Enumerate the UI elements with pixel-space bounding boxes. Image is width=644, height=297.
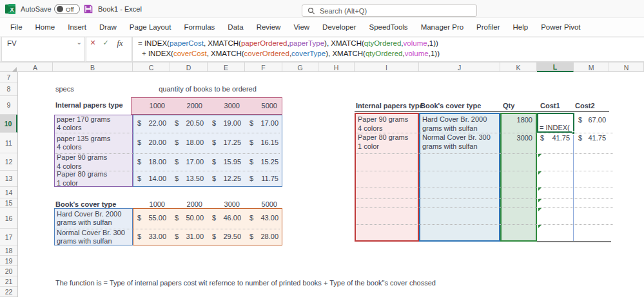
paper-cost-cell[interactable]: $17.25 [208,133,245,153]
currency-symbol: $ [212,119,216,128]
paper-cost-cell[interactable]: $14.00 [133,171,170,187]
ribbon-tab-page-layout[interactable]: Page Layout [123,18,178,36]
order-paper-cell[interactable]: Paper 80 grams1 color [358,133,417,153]
autosave-toggle[interactable]: Off [54,4,80,14]
currency-symbol: $ [137,119,141,128]
cover-cost-cell[interactable]: $50.00 [170,208,208,229]
error-indicator-icon [538,187,542,191]
cancel-button[interactable]: ✕ [88,39,98,47]
cover-cost-cell[interactable]: $46.00 [208,208,245,229]
paper-cost-cell[interactable]: $20.50 [170,115,208,133]
ribbon-tab-profiler[interactable]: Profiler [470,18,506,36]
currency-symbol: $ [137,158,141,167]
paper-volume-cell[interactable]: 3000 [208,102,245,111]
paper-table-title[interactable]: Internal papers type [55,101,139,110]
formula-line-1: = INDEX(paperCost, XMATCH(paperOrdered,p… [138,39,438,47]
ribbon-tab-manager-pro[interactable]: Manager Pro [415,18,470,36]
paper-volume-cell[interactable]: 2000 [170,102,208,111]
quantity-banner[interactable]: quantity of books to be ordered [133,85,282,94]
paper-cost-cell[interactable]: $20.00 [133,133,170,153]
paper-cost-cell[interactable]: $12.25 [208,171,245,187]
paper-volume-cell[interactable]: 5000 [245,102,282,111]
currency-symbol: $ [175,175,179,184]
cover-cost-cell[interactable]: $28.00 [245,229,282,245]
paper-cost-value: 17.00 [260,119,278,128]
paper-cost-cell[interactable]: $15.25 [245,153,282,171]
ribbon-tab-draw[interactable]: Draw [93,18,123,36]
paper-cost-cell[interactable]: $19.00 [208,115,245,133]
paper-cost-cell[interactable]: $15.95 [208,153,245,171]
excel-app-icon[interactable]: X [5,0,15,18]
ribbon-tab-home[interactable]: Home [29,18,62,36]
cover-type-cell[interactable]: Hard Cover Br. 2000grams with sulfan [57,208,132,229]
ribbon-tab-formulas[interactable]: Formulas [177,18,221,36]
order-cover-cell[interactable]: Normal Cover Br. 300grams with sulfan [422,133,498,153]
note-text[interactable]: The function is = Type of internal paper… [55,279,636,288]
paper-type-cell[interactable]: paper 170 grams4 colors [57,115,132,133]
paper-cost-cell[interactable]: $18.00 [170,133,208,153]
paper-volume-cell[interactable]: 1000 [133,102,170,111]
paper-cost-cell[interactable]: $18.00 [133,153,170,171]
cover-cost-cell[interactable]: $33.00 [133,229,170,245]
ribbon-tab-view[interactable]: View [287,18,316,36]
chevron-down-icon[interactable]: ⌄ [77,39,82,46]
cover-cost-cell[interactable]: $31.00 [170,229,208,245]
currency-symbol: $ [249,158,253,167]
cover-type-cell[interactable]: Normal Cover Br. 300grams with sulfan [57,229,132,245]
order-qty-cell[interactable]: 3000 [500,134,536,143]
search-input[interactable]: Search (Alt+Q) [302,5,477,17]
order-paper-cell[interactable]: Paper 90 grams4 colors [358,115,417,132]
paper-cost-cell[interactable]: $17.00 [245,115,282,133]
cover-cost-cell[interactable]: $43.00 [245,208,282,229]
specs-label[interactable]: specs [55,85,120,94]
paper-cost-cell[interactable]: $22.00 [133,115,170,133]
paper-cost-cell[interactable]: $13.50 [170,171,208,187]
svg-text:X: X [10,6,14,13]
order-cost2-cell[interactable]: $67.00 [575,116,608,125]
ribbon-tab-help[interactable]: Help [507,18,535,36]
cover-cost-cell[interactable]: $29.50 [208,229,245,245]
paper-type-cell[interactable]: paper 135 grams4 colors [57,133,132,153]
active-cell-editor[interactable]: = INDEX( [537,113,574,133]
order-paper-line1: Paper 90 grams [358,115,417,124]
paper-cost-cell[interactable]: $17.00 [170,153,208,171]
paper-type-line2: 4 colors [57,143,132,152]
ribbon-tab-data[interactable]: Data [221,18,249,36]
formula-bar: FV ⌄ ⋮ ✕ ✓ fx = INDEX(paperCost, XMATCH(… [0,36,644,62]
name-box[interactable]: FV ⌄ [1,37,85,62]
paper-cost-cell[interactable]: $11.75 [245,171,282,187]
formula-token: ,1)) [427,39,438,47]
fill-handle[interactable] [572,131,575,135]
order-cover-cell[interactable]: Hard Cover Br. 2000grams with sulfan [422,115,498,132]
order-header-cover[interactable]: Book's cover type [420,102,498,111]
ribbon-tab-review[interactable]: Review [250,18,288,36]
ribbon-tab-file[interactable]: File [4,18,29,36]
cover-cost-value: 29.50 [223,233,241,242]
order-header-cost2[interactable]: Cost2 [575,102,644,111]
cover-type-line2: grams with sulfan [57,237,132,246]
paper-cost-value: 22.00 [148,119,166,128]
save-button[interactable] [84,0,93,18]
paper-cost-cell[interactable]: $16.15 [245,133,282,153]
currency-symbol: $ [540,134,544,143]
cover-cost-cell[interactable]: $55.00 [133,208,170,229]
order-qty-cell[interactable]: 1800 [500,116,536,125]
paper-type-cell[interactable]: Paper 80 grams1 color [57,171,132,187]
error-indicator-icon [538,154,542,157]
cover-cost-value: 31.00 [186,233,204,242]
currency-symbol: $ [578,116,582,125]
order-cost2-cell[interactable]: $41.75 [575,134,608,143]
ribbon-tab-insert[interactable]: Insert [61,18,93,36]
ribbon-tab-power-pivot[interactable]: Power Pivot [534,18,587,36]
currency-symbol: $ [212,233,216,242]
order-row-separator [356,153,613,154]
order-cost1-cell[interactable]: $41.75 [538,134,572,143]
ribbon-tab-developer[interactable]: Developer [316,18,362,36]
formula-input[interactable]: = INDEX(paperCost, XMATCH(paperOrdered,p… [132,37,644,62]
ribbon-tab-speedtools[interactable]: SpeedTools [363,18,415,36]
enter-button[interactable]: ✓ [101,39,111,47]
insert-function-button[interactable]: fx [115,39,125,48]
paper-cost-value: 12.25 [223,175,241,184]
order-cost2-value: 41.75 [588,134,606,143]
paper-type-cell[interactable]: Paper 90 grams4 colors [57,153,132,171]
